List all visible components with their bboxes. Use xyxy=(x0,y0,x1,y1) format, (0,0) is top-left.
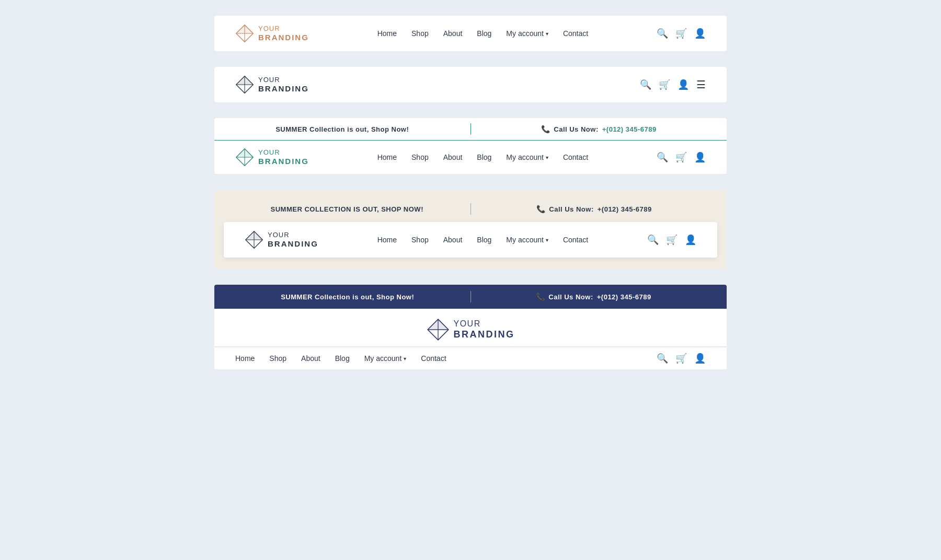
nav-myaccount-5[interactable]: My account xyxy=(364,354,407,363)
phone-icon-5: 📞 xyxy=(536,293,545,301)
announce-divider-5 xyxy=(470,291,471,302)
nav-home-4[interactable]: Home xyxy=(377,236,397,244)
phone-icon-4: 📞 xyxy=(536,205,546,213)
svg-marker-7 xyxy=(236,76,253,85)
nav-shop-5[interactable]: Shop xyxy=(269,354,286,363)
announce-call-3: 📞 Call Us Now: +(012) 345-6789 xyxy=(481,125,717,133)
nav-blog-4[interactable]: Blog xyxy=(477,236,491,244)
announce-promo-3: SUMMER Collection is out, Shop Now! xyxy=(225,125,460,133)
nav-shop-1[interactable]: Shop xyxy=(411,29,429,38)
announce-bar-4: SUMMER COLLECTION IS OUT, SHOP NOW! 📞 Ca… xyxy=(224,199,717,222)
bag-icon-2[interactable]: 🛒 xyxy=(659,80,670,89)
nav-myaccount-4[interactable]: My account xyxy=(506,236,548,244)
nav-myaccount-1[interactable]: My account xyxy=(506,29,548,38)
phone-icon-3: 📞 xyxy=(541,125,550,133)
bag-icon-1[interactable]: 🛒 xyxy=(675,29,687,38)
svg-marker-11 xyxy=(236,149,253,157)
bag-icon-3[interactable]: 🛒 xyxy=(675,153,687,162)
announce-call-4: 📞 Call Us Now: +(012) 345-6789 xyxy=(481,205,707,213)
logo-diamond-icon-2 xyxy=(235,75,254,94)
nav-home-1[interactable]: Home xyxy=(377,29,397,38)
logo-4[interactable]: YOUR BRANDING xyxy=(245,230,318,249)
logo-3[interactable]: YOUR BRANDING xyxy=(235,148,309,167)
nav-3: Home Shop About Blog My account Contact xyxy=(377,153,589,162)
nav-blog-1[interactable]: Blog xyxy=(477,29,491,38)
icon-group-1: 🔍 🛒 👤 xyxy=(657,29,706,38)
bag-icon-4[interactable]: 🛒 xyxy=(666,235,678,244)
announce-promo-4: SUMMER COLLECTION IS OUT, SHOP NOW! xyxy=(234,205,460,213)
announce-divider-4 xyxy=(470,203,471,215)
svg-marker-19 xyxy=(428,319,449,330)
nav-blog-3[interactable]: Blog xyxy=(477,153,491,161)
header-variant-2: YOUR BRANDING 🔍 🛒 👤 ☰ xyxy=(214,67,727,102)
user-icon-2[interactable]: 👤 xyxy=(678,80,689,89)
svg-marker-15 xyxy=(246,231,262,240)
nav-contact-1[interactable]: Contact xyxy=(563,29,588,38)
icon-group-4: 🔍 🛒 👤 xyxy=(647,235,696,244)
nav-1: Home Shop About Blog My account Contact xyxy=(309,29,657,38)
header-variant-3: SUMMER Collection is out, Shop Now! 📞 Ca… xyxy=(214,118,727,174)
search-icon-3[interactable]: 🔍 xyxy=(657,153,668,162)
announce-call-5: 📞 Call Us Now: +(012) 345-6789 xyxy=(481,293,706,301)
search-icon-4[interactable]: 🔍 xyxy=(647,235,659,244)
user-icon-1[interactable]: 👤 xyxy=(694,29,706,38)
announce-divider-3 xyxy=(470,123,471,135)
nav-myaccount-3[interactable]: My account xyxy=(506,153,548,161)
user-icon-4[interactable]: 👤 xyxy=(685,235,696,244)
header-variant-4: SUMMER COLLECTION IS OUT, SHOP NOW! 📞 Ca… xyxy=(214,190,727,269)
nav-row-3: YOUR BRANDING Home Shop About Blog My ac… xyxy=(214,141,727,174)
logo-2[interactable]: YOUR BRANDING xyxy=(235,75,309,94)
nav-home-5[interactable]: Home xyxy=(235,354,255,363)
nav-contact-3[interactable]: Contact xyxy=(563,153,588,161)
page-wrapper: YOUR BRANDING Home Shop About Blog My ac… xyxy=(204,10,737,375)
icon-group-3: 🔍 🛒 👤 xyxy=(657,153,706,162)
nav-row-5: Home Shop About Blog My account Contact … xyxy=(214,347,727,369)
user-icon-5[interactable]: 👤 xyxy=(694,354,706,363)
announce-promo-5: SUMMER Collection is out, Shop Now! xyxy=(235,293,460,301)
search-icon-5[interactable]: 🔍 xyxy=(657,354,668,363)
icon-group-5: 🔍 🛒 👤 xyxy=(657,354,706,363)
logo-diamond-icon-4 xyxy=(245,230,263,249)
nav-card-4: YOUR BRANDING Home Shop About Blog My ac… xyxy=(224,222,717,258)
search-icon-2[interactable]: 🔍 xyxy=(640,80,651,89)
announce-bar-3: SUMMER Collection is out, Shop Now! 📞 Ca… xyxy=(214,118,727,141)
nav-5: Home Shop About Blog My account Contact xyxy=(235,354,446,363)
header-variant-5: SUMMER Collection is out, Shop Now! 📞 Ca… xyxy=(214,285,727,369)
logo-row-5: YOUR BRANDING xyxy=(214,309,727,347)
nav-about-1[interactable]: About xyxy=(443,29,463,38)
nav-about-5[interactable]: About xyxy=(301,354,320,363)
nav-home-3[interactable]: Home xyxy=(377,153,397,161)
nav-about-4[interactable]: About xyxy=(443,236,463,244)
nav-shop-4[interactable]: Shop xyxy=(411,236,429,244)
nav-shop-3[interactable]: Shop xyxy=(411,153,429,161)
nav-4: Home Shop About Blog My account Contact xyxy=(377,235,589,244)
logo-1[interactable]: YOUR BRANDING xyxy=(235,24,309,43)
nav-about-3[interactable]: About xyxy=(443,153,463,161)
icon-group-2: 🔍 🛒 👤 ☰ xyxy=(640,79,706,90)
hamburger-icon-2[interactable]: ☰ xyxy=(696,79,706,90)
logo-diamond-icon-5 xyxy=(427,318,450,341)
user-icon-3[interactable]: 👤 xyxy=(694,153,706,162)
search-icon-1[interactable]: 🔍 xyxy=(657,29,668,38)
logo-diamond-icon-1 xyxy=(235,24,254,43)
bag-icon-5[interactable]: 🛒 xyxy=(675,354,687,363)
svg-marker-3 xyxy=(236,25,253,33)
nav-blog-5[interactable]: Blog xyxy=(335,354,350,363)
logo-5[interactable]: YOUR BRANDING xyxy=(427,318,515,341)
header-variant-1: YOUR BRANDING Home Shop About Blog My ac… xyxy=(214,16,727,51)
nav-contact-5[interactable]: Contact xyxy=(421,354,446,363)
announce-bar-5: SUMMER Collection is out, Shop Now! 📞 Ca… xyxy=(214,285,727,309)
logo-diamond-icon-3 xyxy=(235,148,254,167)
nav-contact-4[interactable]: Contact xyxy=(563,236,588,244)
